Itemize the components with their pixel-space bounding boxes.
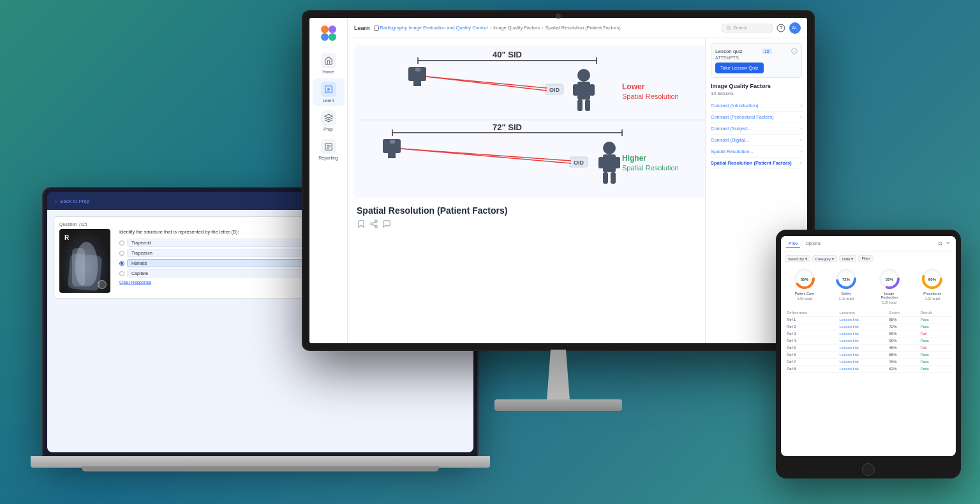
- col-lessons: Lessons: [838, 309, 887, 316]
- lesson-item-contrast-intro[interactable]: Contrast (Introduction) ›: [711, 100, 802, 112]
- svg-rect-27: [573, 84, 578, 96]
- lesson-item-spatial-res[interactable]: Spatial Resolution... ›: [711, 146, 802, 158]
- svg-point-57: [375, 220, 378, 223]
- svg-text:Lower: Lower: [622, 82, 645, 91]
- tablet-header: Prev Options: [781, 236, 956, 251]
- xray-image: R: [59, 229, 110, 293]
- svg-point-3: [329, 33, 336, 41]
- donut-safety-label: Safety: [841, 292, 851, 295]
- lesson-item-spatial-res-patient[interactable]: Spatial Resolution (Patient Factors) ›: [711, 158, 802, 169]
- svg-rect-50: [611, 172, 616, 184]
- svg-point-25: [577, 69, 590, 82]
- search-placeholder: Search: [733, 26, 747, 30]
- quiz-info-icon[interactable]: [791, 48, 798, 54]
- breadcrumb: Radiography Image Evaluation and Quality…: [374, 25, 621, 31]
- svg-text:Higher: Higher: [622, 154, 646, 163]
- tab-prev[interactable]: Prev: [786, 240, 800, 248]
- sidebar-learn-label: Learn: [323, 98, 334, 103]
- filter-btn[interactable]: Filter: [858, 255, 873, 262]
- svg-line-66: [942, 244, 942, 245]
- svg-text:OID: OID: [574, 159, 584, 166]
- svg-rect-23: [413, 81, 421, 86]
- svg-rect-24: [415, 68, 420, 71]
- quality-factors-title: Image Quality Factors: [711, 83, 802, 89]
- help-icon[interactable]: [776, 24, 785, 33]
- filter-date[interactable]: Date ▾: [839, 255, 856, 262]
- tablet-home-button[interactable]: [862, 463, 875, 476]
- sidebar-reporting-label: Reporting: [318, 156, 338, 160]
- table-row: Ref 2Lesson link72%Pass: [785, 323, 952, 330]
- bookmark-icon[interactable]: [357, 219, 366, 228]
- attempts-label: ATTEMPTS: [715, 56, 798, 60]
- sidebar-prep-label: Prep: [323, 127, 333, 131]
- results-table: References Lessons Score Result Ref 1Les…: [785, 309, 952, 373]
- svg-rect-48: [615, 157, 620, 168]
- clear-response-button[interactable]: Clear Response: [119, 280, 151, 285]
- filter-row: Select By ▾ Category ▾ Date ▾ Filter: [785, 255, 952, 262]
- table-row: Ref 4Lesson link90%Pass: [785, 337, 952, 345]
- svg-text:80%: 80%: [928, 278, 937, 281]
- lesson-item-contrast-digital[interactable]: Contrast (Digital... ›: [711, 135, 802, 146]
- svg-rect-47: [598, 157, 604, 168]
- monitor-base: [494, 399, 622, 411]
- header-search-icon[interactable]: [938, 241, 943, 246]
- svg-text:65%: 65%: [801, 278, 809, 281]
- xray-label: R: [64, 234, 69, 241]
- col-score: Score: [887, 309, 919, 316]
- svg-rect-29: [577, 100, 583, 111]
- donut-patient-care-label: Patient Care: [794, 292, 814, 295]
- donut-procedures-label: Procedures: [923, 292, 941, 295]
- svg-point-13: [727, 26, 730, 29]
- svg-line-61: [373, 222, 375, 223]
- col-result: Result: [918, 309, 952, 316]
- quiz-box: Lesson quiz 10 ATTEMPTS Take Lesson Quiz: [711, 43, 802, 78]
- tablet-screen: Prev Options Select By ▾ Category ▾ Date…: [781, 236, 956, 456]
- breadcrumb-course[interactable]: Radiography Image Evaluation and Quality…: [380, 25, 488, 31]
- donut-safety: 72% Safety 1.1/ total: [835, 267, 858, 304]
- table-row: Ref 8Lesson link62%Pass: [785, 366, 952, 373]
- lesson-content: 40" SID: [348, 38, 705, 343]
- sidebar-item-reporting[interactable]: Reporting: [313, 136, 345, 163]
- header-filter-icon[interactable]: [946, 241, 951, 246]
- svg-point-58: [371, 223, 373, 225]
- svg-point-0: [321, 26, 329, 33]
- laptop-foot: [82, 466, 439, 471]
- share-icon[interactable]: [369, 219, 378, 228]
- sidebar-item-learn[interactable]: Learn: [313, 78, 345, 106]
- svg-text:72" SID: 72" SID: [493, 122, 522, 132]
- svg-rect-44: [390, 140, 395, 144]
- svg-point-2: [321, 33, 329, 41]
- table-row: Ref 3Lesson link55%Fail: [785, 330, 952, 337]
- col-references: References: [785, 309, 838, 316]
- monitor-header: Learn Radiography Image Evaluation and Q…: [348, 18, 807, 38]
- svg-text:40" SID: 40" SID: [493, 50, 522, 59]
- lesson-item-contrast-subject[interactable]: Contrast (Subject... ›: [711, 123, 802, 135]
- svg-rect-28: [590, 84, 595, 96]
- monitor-device: Home Learn: [297, 11, 820, 426]
- lesson-title: Spatial Resolution (Patient Factors): [357, 205, 696, 216]
- svg-point-45: [603, 142, 616, 154]
- back-to-prep-button[interactable]: ← Back to Prep: [54, 198, 89, 204]
- filter-category[interactable]: Category ▾: [812, 255, 837, 262]
- learn-label: Learn: [354, 25, 370, 31]
- take-quiz-button[interactable]: Take Lesson Quiz: [715, 63, 764, 73]
- quality-factors-subtitle: 14 lessons: [711, 91, 802, 96]
- tab-options[interactable]: Options: [803, 240, 823, 248]
- comment-icon[interactable]: [382, 219, 391, 228]
- search-box[interactable]: Search: [722, 24, 773, 33]
- svg-text:Spatial Resolution: Spatial Resolution: [622, 93, 679, 100]
- app-logo: [318, 23, 339, 43]
- filter-select-by[interactable]: Select By ▾: [785, 255, 810, 262]
- lesson-item-contrast-procedural[interactable]: Contrast (Procedural Factors) ›: [711, 112, 802, 123]
- sidebar-item-home[interactable]: Home: [313, 50, 345, 77]
- svg-rect-26: [577, 82, 590, 100]
- table-row: Ref 7Lesson link76%Pass: [785, 359, 952, 366]
- sidebar-item-prep[interactable]: Prep: [313, 107, 345, 135]
- user-avatar[interactable]: AL: [789, 22, 801, 34]
- quiz-title: Lesson quiz: [715, 48, 743, 54]
- table-row: Ref 5Lesson link48%Fail: [785, 345, 952, 352]
- donut-image-prod-label: Image Production: [877, 292, 902, 299]
- breadcrumb-section: Image Quality Factors: [493, 25, 540, 31]
- svg-rect-49: [603, 172, 608, 184]
- svg-rect-17: [354, 45, 705, 198]
